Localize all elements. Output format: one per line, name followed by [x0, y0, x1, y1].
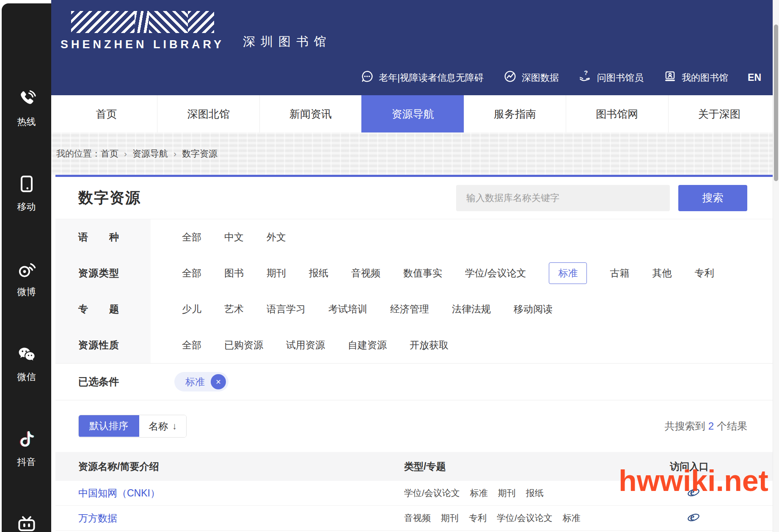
globe-link-icon[interactable]: e — [687, 510, 700, 526]
filter-row-topic: 专题 少儿 艺术 语言学习 考试培训 经济管理 法律法规 移动阅读 — [55, 291, 773, 327]
filter-option[interactable]: 外文 — [267, 231, 286, 244]
wechat-icon — [17, 344, 37, 367]
filter-option[interactable]: 考试培训 — [328, 303, 367, 316]
sort-name-button[interactable]: 名称 ↓ — [139, 415, 186, 437]
accessibility-link[interactable]: 老年|视障读者信息无障碍 — [360, 69, 484, 86]
selected-conditions-row: 已选条件 标准 ✕ — [55, 363, 773, 400]
filter-block: 语种 全部 中文 外文 资源类型 全部 图书 期刊 报纸 音视频 数值事实 学位… — [55, 219, 773, 363]
page-title: 数字资源 — [78, 188, 141, 208]
filter-option[interactable]: 中文 — [224, 231, 244, 244]
sidebar-item-label: 微信 — [17, 371, 36, 383]
speech-bubble-icon — [360, 69, 374, 86]
filter-option[interactable]: 古籍 — [610, 267, 629, 280]
filter-option[interactable]: 自建资源 — [348, 339, 387, 352]
site-header: SHENZHEN LIBRARY 深圳图书馆 老年|视障读者信息无障碍 深图数据… — [51, 0, 779, 95]
filter-row-language: 语种 全部 中文 外文 — [55, 219, 773, 255]
result-count: 2 — [705, 420, 717, 432]
filter-option[interactable]: 图书 — [224, 267, 244, 280]
sidebar-item-bilibili[interactable]: bilibili — [16, 514, 37, 532]
filter-option[interactable]: 少儿 — [182, 303, 201, 316]
breadcrumb-home[interactable]: 首页 — [101, 148, 118, 160]
content-card: 数字资源 搜索 语种 全部 中文 外文 资源类型 全部 图书 — [55, 175, 773, 532]
scrollbar-thumb[interactable] — [774, 25, 778, 181]
filter-row-resource-type: 资源类型 全部 图书 期刊 报纸 音视频 数值事实 学位/会议论文 标准 古籍 … — [55, 255, 773, 291]
sort-default-button[interactable]: 默认排序 — [78, 415, 139, 437]
sidebar-item-label: 移动 — [17, 201, 36, 213]
nav-tab-service-guide[interactable]: 服务指南 — [464, 95, 566, 132]
filter-option[interactable]: 专利 — [694, 267, 714, 280]
bilibili-icon — [17, 514, 37, 532]
breadcrumb-band: 我的位置： 首页 › 资源导航 › 数字资源 — [51, 132, 779, 175]
sidebar-item-wechat[interactable]: 微信 — [17, 344, 37, 383]
filter-option[interactable]: 其他 — [652, 267, 672, 280]
table-header: 资源名称/简要介绍 类型/专题 访问入口 — [55, 452, 773, 481]
breadcrumb-resources[interactable]: 资源导航 — [132, 148, 168, 160]
filter-option[interactable]: 学位/会议论文 — [465, 267, 526, 280]
breadcrumb-prefix: 我的位置： — [56, 148, 101, 160]
nav-tab-library-network[interactable]: 图书馆网 — [566, 95, 668, 132]
data-stats-link[interactable]: 深图数据 — [503, 69, 559, 86]
ask-librarian-link[interactable]: ? 问图书馆员 — [578, 69, 644, 86]
filter-option[interactable]: 开放获取 — [410, 339, 449, 352]
filter-option[interactable]: 报纸 — [309, 267, 328, 280]
sidebar-item-douyin[interactable]: 抖音 — [17, 429, 37, 469]
filter-option[interactable]: 期刊 — [267, 267, 286, 280]
sidebar-item-label: 热线 — [17, 116, 36, 128]
my-library-link[interactable]: 我的图书馆 — [663, 69, 728, 86]
resource-link-cnki[interactable]: 中国知网（CNKI） — [78, 488, 160, 499]
globe-link-icon[interactable]: e — [687, 485, 700, 501]
table-row: 万方数据 音视频期刊专利学位/会议论文标准 e — [55, 506, 773, 531]
filter-option[interactable]: 艺术 — [224, 303, 244, 316]
logo-block: SHENZHEN LIBRARY — [61, 11, 224, 51]
main-nav: 首页 深图北馆 新闻资讯 资源导航 服务指南 图书馆网 关于深图 — [51, 95, 779, 132]
ask-librarian-icon: ? — [578, 69, 592, 86]
col-header-access: 访问入口 — [670, 460, 773, 473]
logo-text-en: SHENZHEN LIBRARY — [61, 38, 224, 51]
chip-close-icon[interactable]: ✕ — [211, 374, 226, 389]
douyin-icon — [17, 429, 37, 452]
sidebar-item-mobile[interactable]: 移动 — [17, 174, 37, 213]
site-logo[interactable]: SHENZHEN LIBRARY 深圳图书馆 — [61, 11, 332, 51]
data-chart-icon — [503, 69, 517, 86]
sidebar-item-weibo[interactable]: 微博 — [17, 259, 37, 298]
nav-tab-home[interactable]: 首页 — [55, 95, 157, 132]
selected-filter-chip: 标准 ✕ — [174, 372, 228, 391]
filter-label: 语种 — [78, 231, 119, 244]
result-count-text: 共搜索到2个结果 — [665, 419, 747, 433]
sidebar-item-hotline[interactable]: 热线 — [17, 89, 37, 128]
logo-text-cn: 深圳图书馆 — [243, 33, 332, 51]
filter-option[interactable]: 移动阅读 — [514, 303, 553, 316]
language-toggle[interactable]: EN — [748, 72, 761, 83]
filter-label: 资源性质 — [78, 339, 119, 352]
filter-option[interactable]: 数值事实 — [403, 267, 442, 280]
nav-tab-resources[interactable]: 资源导航 — [361, 95, 463, 132]
filter-option[interactable]: 已购资源 — [224, 339, 263, 352]
nav-tab-north-branch[interactable]: 深图北馆 — [157, 95, 259, 132]
selected-conditions-label: 已选条件 — [55, 375, 151, 389]
filter-option[interactable]: 试用资源 — [286, 339, 325, 352]
filter-option[interactable]: 全部 — [182, 267, 201, 280]
type-tags: 学位/会议论文标准期刊报纸 — [404, 487, 670, 499]
chip-label: 标准 — [185, 375, 205, 389]
logo-slash-mark-icon — [71, 11, 214, 33]
filter-option[interactable]: 法律法规 — [452, 303, 491, 316]
filter-label: 资源类型 — [78, 267, 119, 280]
filter-option[interactable]: 语言学习 — [267, 303, 306, 316]
search-input[interactable] — [456, 185, 670, 211]
filter-option[interactable]: 全部 — [182, 339, 201, 352]
nav-tab-about[interactable]: 关于深图 — [668, 95, 770, 132]
table-row: 中国知网（CNKI） 学位/会议论文标准期刊报纸 e — [55, 481, 773, 506]
header-utilities: 老年|视障读者信息无障碍 深图数据 ? 问图书馆员 我的图书馆 EN — [360, 69, 761, 86]
scrollbar[interactable] — [773, 0, 779, 532]
filter-option[interactable]: 全部 — [182, 231, 201, 244]
sort-control: 默认排序 名称 ↓ — [78, 415, 187, 438]
search-button[interactable]: 搜索 — [678, 185, 747, 211]
filter-option[interactable]: 音视频 — [351, 267, 380, 280]
nav-tab-news[interactable]: 新闻资讯 — [259, 95, 361, 132]
filter-option[interactable]: 经济管理 — [390, 303, 429, 316]
breadcrumb-digital[interactable]: 数字资源 — [182, 148, 217, 160]
filter-option-selected[interactable]: 标准 — [549, 262, 587, 284]
resource-link-wanfang[interactable]: 万方数据 — [78, 513, 117, 524]
col-header-name: 资源名称/简要介绍 — [55, 460, 404, 473]
sort-direction-icon: ↓ — [172, 421, 177, 432]
